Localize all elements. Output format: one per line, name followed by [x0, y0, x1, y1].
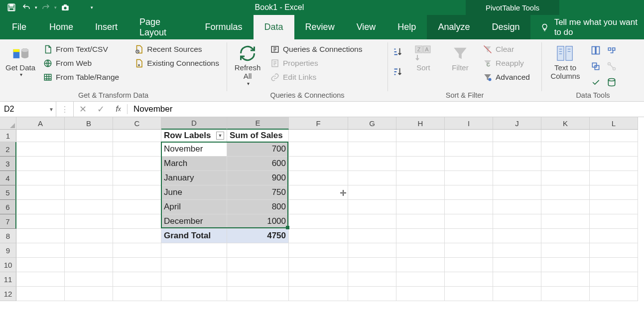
cell[interactable]	[541, 157, 590, 171]
cell[interactable]	[113, 214, 161, 229]
tab-review[interactable]: Review	[294, 15, 346, 39]
row-header[interactable]: 11	[0, 272, 16, 287]
from-table-range-button[interactable]: From Table/Range	[41, 71, 121, 83]
cell[interactable]	[590, 130, 638, 142]
cell[interactable]	[65, 214, 113, 229]
column-header[interactable]: L	[590, 117, 638, 130]
cell[interactable]	[113, 171, 161, 185]
tab-view[interactable]: View	[346, 15, 387, 39]
cell[interactable]	[445, 200, 493, 214]
cell[interactable]	[348, 243, 396, 258]
cell[interactable]	[541, 272, 590, 287]
row-header[interactable]: 2	[0, 142, 16, 157]
cell[interactable]	[289, 287, 348, 301]
cell[interactable]	[289, 272, 348, 287]
cell[interactable]	[493, 229, 541, 243]
manage-data-model-icon[interactable]	[605, 75, 619, 89]
cell[interactable]	[541, 287, 590, 301]
cell[interactable]	[445, 185, 493, 200]
cell[interactable]	[445, 229, 493, 243]
cell[interactable]	[590, 287, 638, 301]
reapply-button[interactable]: Reapply	[481, 57, 532, 69]
camera-icon[interactable]	[59, 1, 72, 14]
cell[interactable]	[16, 214, 65, 229]
cell[interactable]	[348, 130, 396, 142]
cell[interactable]	[16, 185, 65, 200]
cell[interactable]	[289, 229, 348, 243]
cell[interactable]	[396, 130, 445, 142]
sort-desc-icon[interactable]	[392, 66, 403, 79]
pivot-filter-dropdown[interactable]: ▼	[216, 132, 224, 140]
from-web-button[interactable]: From Web	[41, 57, 121, 69]
cell[interactable]	[396, 185, 445, 200]
cell[interactable]	[541, 214, 590, 229]
cell[interactable]	[493, 287, 541, 301]
cell[interactable]	[493, 157, 541, 171]
advanced-filter-button[interactable]: Advanced	[481, 71, 532, 83]
select-all-corner[interactable]	[0, 117, 16, 130]
cell[interactable]	[113, 229, 161, 243]
cell[interactable]	[16, 157, 65, 171]
cell[interactable]	[493, 214, 541, 229]
cell[interactable]	[289, 243, 348, 258]
cell[interactable]: 900	[227, 171, 289, 185]
cell[interactable]	[590, 171, 638, 185]
tab-formulas[interactable]: Formulas	[194, 15, 254, 39]
cell[interactable]	[541, 171, 590, 185]
text-to-columns-button[interactable]: Text to Columns	[546, 43, 585, 81]
row-header[interactable]: 9	[0, 243, 16, 258]
cell[interactable]: Grand Total	[161, 229, 227, 243]
row-header[interactable]: 5	[0, 185, 16, 200]
cell[interactable]	[65, 258, 113, 272]
cell[interactable]	[65, 142, 113, 157]
cell[interactable]	[65, 171, 113, 185]
cell[interactable]: 750	[227, 185, 289, 200]
cell[interactable]	[65, 130, 113, 142]
cell[interactable]	[348, 157, 396, 171]
tab-home[interactable]: Home	[38, 15, 84, 39]
row-header[interactable]: 10	[0, 258, 16, 272]
row-header[interactable]: 1	[0, 130, 16, 142]
clear-filter-button[interactable]: Clear	[481, 43, 532, 55]
cell[interactable]	[590, 157, 638, 171]
tab-file[interactable]: File	[0, 15, 38, 39]
cell[interactable]	[445, 272, 493, 287]
cell[interactable]	[541, 243, 590, 258]
name-box[interactable]: D2 ▼	[0, 102, 56, 117]
cell[interactable]	[113, 287, 161, 301]
cell[interactable]	[348, 171, 396, 185]
cell[interactable]	[65, 287, 113, 301]
cell[interactable]	[348, 272, 396, 287]
cell[interactable]	[16, 142, 65, 157]
cell[interactable]	[445, 243, 493, 258]
cell[interactable]	[396, 258, 445, 272]
cell[interactable]: Row Labels▼	[161, 130, 227, 142]
cell[interactable]	[590, 185, 638, 200]
cell[interactable]	[113, 130, 161, 142]
cell[interactable]: January	[161, 171, 227, 185]
cell[interactable]	[493, 171, 541, 185]
cell[interactable]	[445, 142, 493, 157]
save-icon[interactable]	[5, 1, 18, 14]
cell[interactable]	[16, 200, 65, 214]
cell[interactable]	[289, 214, 348, 229]
cell[interactable]	[289, 258, 348, 272]
cell[interactable]	[541, 130, 590, 142]
cell[interactable]	[289, 142, 348, 157]
column-header[interactable]: J	[493, 117, 541, 130]
cell[interactable]	[161, 243, 227, 258]
cell[interactable]	[113, 185, 161, 200]
cell[interactable]: March	[161, 157, 227, 171]
cell[interactable]	[227, 272, 289, 287]
column-header[interactable]: A	[16, 117, 65, 130]
cell[interactable]	[348, 258, 396, 272]
cell[interactable]	[16, 243, 65, 258]
cell[interactable]	[493, 258, 541, 272]
row-header[interactable]: 6	[0, 200, 16, 214]
cell[interactable]	[541, 185, 590, 200]
data-validation-icon[interactable]	[589, 75, 603, 89]
tell-me[interactable]: Tell me what you want to do	[530, 15, 644, 39]
cancel-icon[interactable]: ✕	[74, 104, 92, 115]
cell[interactable]	[493, 130, 541, 142]
cell[interactable]: Sum of Sales	[227, 130, 289, 142]
